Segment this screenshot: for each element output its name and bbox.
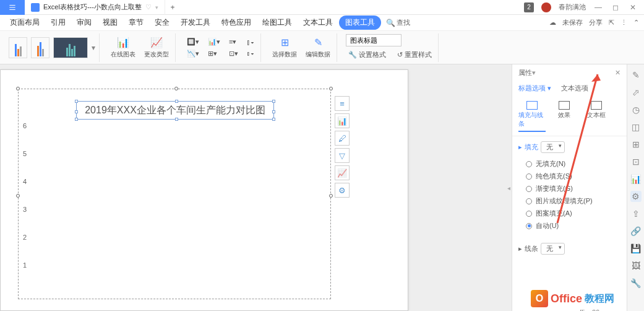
ribbon-tab[interactable]: 视图 — [98, 15, 122, 30]
style-expand-icon[interactable]: ▾ — [92, 43, 95, 52]
chart-style-icon[interactable]: 📊 — [335, 113, 350, 128]
edit-icon[interactable]: ✎ — [630, 69, 642, 81]
tab-more-icon[interactable]: ▾ — [155, 4, 158, 11]
chart-plot-area: 1 2 3 4 5 6 — [32, 126, 322, 293]
share-button[interactable]: 分享 — [589, 18, 603, 27]
fill-solid-radio[interactable]: 纯色填充(S) — [526, 172, 620, 181]
fill-section-header[interactable]: ▸ 填充 无 — [518, 141, 620, 153]
notification-badge[interactable]: 2 — [524, 2, 534, 12]
tool-icon[interactable]: 🔧 — [630, 278, 642, 289]
chart-element-dropdown[interactable]: 🔲▾ — [184, 37, 202, 47]
chart-element-dropdown[interactable]: ⊡▾ — [226, 48, 241, 59]
chart-settings-icon[interactable]: ⚙ — [335, 183, 350, 198]
ribbon-tab[interactable]: 文本工具 — [298, 15, 338, 30]
chart-element-dropdown[interactable]: 📊▾ — [205, 37, 223, 47]
share-icon[interactable]: ⇪ — [630, 208, 642, 219]
image-icon[interactable]: 🖼 — [630, 260, 642, 271]
fill-pattern-radio[interactable]: 图案填充(A) — [526, 209, 620, 218]
title-options-tab[interactable]: 标题选项 ▾ — [518, 84, 551, 95]
chart-icon[interactable]: 📊 — [630, 173, 642, 185]
text-options-tab[interactable]: 文本选项 — [561, 84, 588, 95]
cloud-icon: ☁ — [549, 19, 556, 27]
save-icon[interactable]: 💾 — [630, 243, 642, 254]
fill-line-icon — [526, 101, 538, 110]
properties-panel: 属性 ▾ ✕ 标题选项 ▾ 文本选项 填充与线条 效果 文本框 ▸ 填充 — [512, 64, 627, 311]
select-icon[interactable]: ⬀ — [630, 87, 642, 98]
clock-icon[interactable]: ◷ — [630, 104, 642, 115]
user-name: 春韵满池 — [559, 2, 586, 12]
search-icon[interactable]: 🔍 — [386, 19, 395, 27]
panel-collapse-handle[interactable]: ◂ — [505, 64, 512, 311]
change-type-icon: 📈 — [150, 37, 163, 49]
grid-icon[interactable]: ⊡ — [630, 156, 642, 167]
export-icon[interactable]: ⇱ — [609, 19, 614, 27]
reset-style-button[interactable]: ↺重置样式 — [395, 49, 434, 61]
watermark-url: www.office26.com — [560, 309, 614, 311]
chart-filter-icon[interactable]: ▽ — [335, 148, 350, 163]
unsaved-label: 未保存 — [562, 18, 583, 27]
ribbon-tab[interactable]: 安全 — [150, 15, 174, 30]
fill-auto-radio[interactable]: 自动(U) — [526, 221, 620, 230]
chart-element-dropdown[interactable]: 📉▾ — [184, 48, 202, 59]
chart-color-icon[interactable]: 🖊 — [335, 131, 350, 146]
chart-floating-toolbar: ≡ 📊 🖊 ▽ 📈 ⚙ — [335, 96, 351, 198]
chart-element-selector[interactable] — [346, 34, 401, 46]
chart-style-preview[interactable] — [9, 37, 27, 58]
ribbon-tab-active[interactable]: 图表工具 — [339, 15, 381, 30]
ribbon-tab[interactable]: 绘图工具 — [257, 15, 297, 30]
document-tab[interactable]: Excel表格技巧---小数点向上取整 ♡ ▾ — [25, 0, 165, 15]
chart-element-dropdown[interactable]: ⊞▾ — [205, 48, 223, 59]
ribbon-tab[interactable]: 审阅 — [72, 15, 97, 30]
line-type-dropdown[interactable]: 无 — [541, 243, 565, 255]
ribbon-tab[interactable]: 章节 — [124, 15, 148, 30]
textbox-subtab[interactable]: 文本框 — [583, 101, 610, 132]
add-tab-button[interactable]: + — [165, 3, 180, 12]
fill-line-subtab[interactable]: 填充与线条 — [518, 101, 546, 132]
ribbon-tab[interactable]: 页面布局 — [5, 15, 45, 30]
select-data-button[interactable]: ⊞ 选择数据 — [270, 35, 299, 60]
chart-elements-icon[interactable]: ≡ — [335, 96, 350, 111]
online-chart-icon: 📊 — [117, 37, 129, 49]
fill-none-radio[interactable]: 无填充(N) — [526, 159, 620, 169]
close-button[interactable]: ✕ — [628, 3, 638, 12]
ribbon-tab[interactable]: 特色应用 — [217, 15, 256, 30]
ribbon-tab[interactable]: 开发工具 — [176, 15, 215, 30]
more-icon[interactable]: ⋮ — [620, 19, 627, 27]
chart-style-preview[interactable] — [31, 37, 49, 58]
panel-close-icon[interactable]: ✕ — [615, 69, 620, 77]
edit-data-button[interactable]: ✎ 编辑数据 — [303, 35, 333, 60]
chart-title[interactable]: 2019年XXX企业各个车间生产能力对比图 — [76, 101, 274, 120]
chart-style-preview[interactable] — [53, 37, 88, 58]
fill-type-dropdown[interactable]: 无 — [541, 141, 565, 153]
set-format-button[interactable]: 🔧设置格式 — [346, 49, 389, 61]
change-type-button[interactable]: 📈 更改类型 — [142, 35, 171, 60]
fill-picture-radio[interactable]: 图片或纹理填充(P) — [526, 196, 620, 206]
chart-stats-icon[interactable]: 📈 — [335, 165, 350, 180]
select-data-icon: ⊞ — [278, 37, 291, 49]
collapse-ribbon-icon[interactable]: ⌃ — [633, 19, 639, 27]
word-file-icon — [31, 3, 40, 12]
link-icon[interactable]: 🔗 — [630, 226, 642, 237]
chart-element-dropdown[interactable]: ⫿▾ — [244, 37, 257, 47]
home-button[interactable] — [0, 0, 25, 15]
restore-button[interactable]: ◻ — [611, 3, 620, 12]
chart-toolbar: ▾ 📊 在线图表 📈 更改类型 🔲▾ 📉▾ 📊▾ ⊞▾ ≡▾ ⊡▾ ⫿▾ ⫾▾ — [0, 31, 644, 64]
online-chart-button[interactable]: 📊 在线图表 — [108, 35, 138, 60]
properties-icon[interactable]: ⚙ — [630, 191, 642, 202]
chart-element-dropdown[interactable]: ≡▾ — [226, 37, 241, 47]
tab-label: Excel表格技巧---小数点向上取整 — [43, 2, 142, 12]
shape-icon[interactable]: ◫ — [630, 121, 642, 133]
document-canvas[interactable]: 2019年XXX企业各个车间生产能力对比图 1 2 3 4 5 6 — [0, 64, 505, 311]
effect-subtab[interactable]: 效果 — [551, 101, 578, 132]
edit-data-icon: ✎ — [312, 37, 324, 49]
ribbon-tab[interactable]: 引用 — [46, 15, 71, 30]
minimize-button[interactable]: — — [593, 3, 603, 12]
user-avatar[interactable] — [541, 2, 551, 12]
tab-heart-icon[interactable]: ♡ — [145, 3, 152, 11]
line-section-header[interactable]: ▸ 线条 无 — [518, 243, 620, 255]
chart-element-dropdown[interactable]: ⫾▾ — [244, 48, 257, 58]
table-icon[interactable]: ⊞ — [630, 139, 642, 150]
fill-gradient-radio[interactable]: 渐变填充(G) — [526, 184, 620, 193]
search-label[interactable]: 查找 — [397, 18, 410, 27]
panel-title: 属性 — [518, 68, 532, 77]
